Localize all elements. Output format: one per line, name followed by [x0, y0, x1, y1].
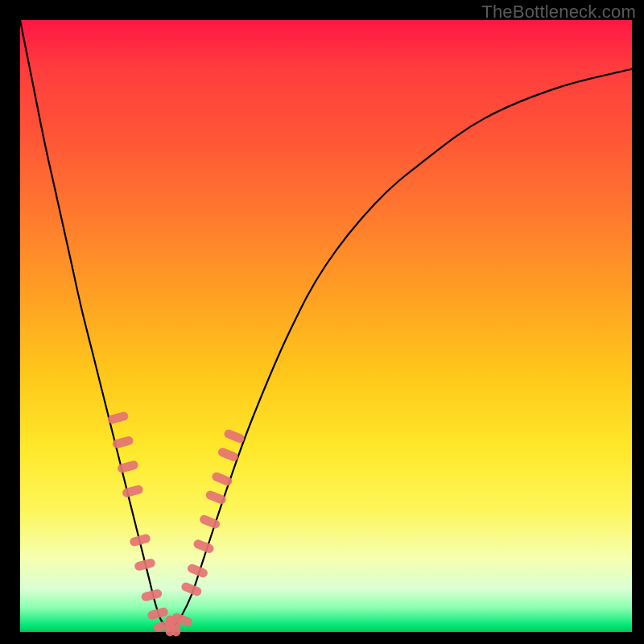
data-marker [204, 489, 227, 506]
data-marker [112, 436, 134, 449]
data-marker [122, 485, 144, 498]
data-marker [223, 428, 246, 444]
chart-frame: TheBottleneck.com [0, 0, 644, 644]
data-marker [217, 447, 239, 463]
curve-svg [20, 20, 632, 632]
bottleneck-curve [20, 20, 632, 626]
data-marker [192, 539, 215, 555]
plot-area [20, 20, 632, 632]
data-marker [107, 411, 130, 424]
marker-layer [107, 411, 246, 636]
data-marker [211, 471, 233, 487]
